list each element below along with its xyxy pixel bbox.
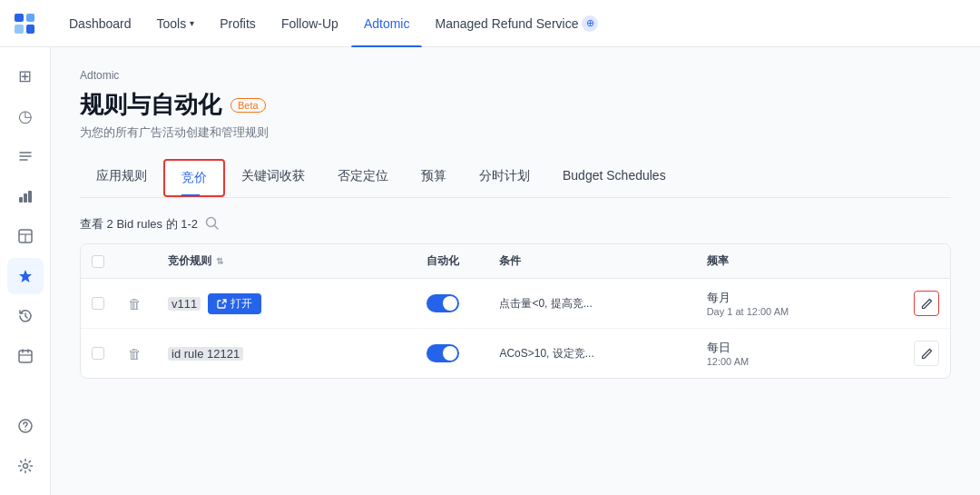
row1-condition-text: 点击量<0, 提高竞...: [499, 297, 592, 310]
row2-name-cell: id rule 12121: [157, 329, 416, 379]
tab-negative-targeting[interactable]: 否定定位: [321, 159, 405, 197]
logo[interactable]: [15, 14, 34, 34]
beta-badge: Beta: [230, 98, 266, 113]
nav-adtomic[interactable]: Adtomic: [351, 0, 423, 47]
col-header-frequency: 频率: [696, 244, 903, 279]
row2-rule-name: id rule 12121: [168, 347, 405, 361]
sidebar-icon-settings[interactable]: [7, 448, 44, 484]
page-title-row: 规则与自动化 Beta: [80, 89, 951, 121]
row2-frequency-cell: 每日 12:00 AM: [696, 329, 903, 379]
sidebar-icon-history[interactable]: [7, 298, 44, 334]
row2-checkbox[interactable]: [92, 347, 104, 360]
nav-dashboard[interactable]: Dashboard: [56, 0, 144, 47]
sidebar-icon-table[interactable]: [7, 218, 44, 254]
row2-delete-icon[interactable]: 🗑: [128, 346, 142, 361]
row2-name-blurred: id rule 12121: [168, 347, 243, 361]
row1-toggle-cell: [416, 279, 488, 329]
breadcrumb: Adtomic: [80, 69, 951, 82]
sidebar-icon-clock[interactable]: ◷: [7, 98, 44, 134]
row1-name-cell: v111 打开: [157, 279, 416, 329]
row1-condition-cell: 点击量<0, 提高竞...: [488, 279, 695, 329]
table-row: 🗑 v111 打开: [81, 279, 950, 329]
col-header-automation: 自动化: [416, 244, 488, 279]
row2-condition-cell: ACoS>10, 设定竞...: [488, 329, 695, 379]
sidebar-icon-grid[interactable]: ⊞: [7, 58, 44, 94]
nav-followup[interactable]: Follow-Up: [269, 0, 351, 47]
nav-tools[interactable]: Tools ▾: [144, 0, 208, 47]
tab-budget[interactable]: 预算: [405, 159, 463, 197]
row2-freq-main: 每日: [707, 340, 892, 356]
col-header-condition: 条件: [488, 244, 695, 279]
page-title: 规则与自动化: [80, 89, 221, 121]
nav-managed-refund[interactable]: Managed Refund Service ⊕: [422, 0, 611, 47]
select-all-checkbox[interactable]: [92, 255, 104, 268]
tab-bid[interactable]: 竞价: [163, 159, 225, 197]
table: 竞价规则 ⇅ 自动化 条件 频率: [81, 244, 950, 378]
col-header-edit: [903, 244, 950, 279]
sidebar-icon-calendar[interactable]: [7, 338, 44, 374]
col-header-checkbox: [81, 244, 117, 279]
row1-checkbox[interactable]: [92, 297, 104, 310]
row2-automation-toggle[interactable]: [426, 344, 459, 362]
row1-checkbox-cell: [81, 279, 117, 329]
row2-toggle-cell: [416, 329, 488, 379]
main-layout: ⊞ ◷: [0, 47, 980, 495]
rules-table: 竞价规则 ⇅ 自动化 条件 频率: [80, 243, 951, 379]
tabs: 应用规则 竞价 关键词收获 否定定位 预算 分时计划 Budget Schedu…: [80, 159, 951, 198]
row1-name-blurred: v111: [168, 297, 201, 311]
page-subtitle: 为您的所有广告活动创建和管理规则: [80, 124, 951, 141]
row1-edit-button[interactable]: [914, 291, 939, 316]
row1-delete-icon[interactable]: 🗑: [128, 296, 142, 312]
tab-apply-rules[interactable]: 应用规则: [80, 159, 163, 197]
svg-point-14: [24, 429, 26, 431]
row2-checkbox-cell: [81, 329, 117, 379]
row1-action-cell: 🗑: [117, 279, 157, 329]
row1-automation-toggle[interactable]: [426, 294, 459, 312]
svg-rect-3: [19, 197, 23, 203]
nav-profits[interactable]: Profits: [207, 0, 269, 47]
row2-edit-button[interactable]: [914, 341, 939, 366]
row1-frequency-cell: 每月 Day 1 at 12:00 AM: [696, 279, 903, 329]
table-row: 🗑 id rule 12121 ACoS>10, 设定竞...: [81, 329, 950, 379]
row1-edit-cell: [903, 279, 950, 329]
svg-rect-9: [19, 351, 32, 362]
top-nav: Dashboard Tools ▾ Profits Follow-Up Adto…: [0, 0, 980, 47]
plus-circle-icon: ⊕: [582, 15, 598, 32]
search-icon[interactable]: [205, 216, 219, 233]
row2-edit-cell: [903, 329, 950, 379]
svg-rect-5: [28, 191, 32, 203]
row1-rule-name: v111 打开: [168, 293, 405, 314]
svg-rect-4: [24, 193, 27, 203]
table-header-row: 查看 2 Bid rules 的 1-2: [80, 216, 951, 233]
sidebar-icon-list[interactable]: [7, 138, 44, 174]
col-header-rule: 竞价规则 ⇅: [157, 244, 416, 279]
sort-icon-rule[interactable]: ⇅: [216, 256, 223, 266]
row2-freq-sub: 12:00 AM: [707, 356, 892, 367]
row2-action-cell: 🗑: [117, 329, 157, 379]
svg-point-15: [23, 464, 27, 469]
col-header-action: [117, 244, 157, 279]
sidebar-icon-help[interactable]: [7, 408, 44, 444]
table-info-text: 查看 2 Bid rules 的 1-2: [80, 216, 198, 233]
tab-budget-schedules[interactable]: Budget Schedules: [546, 159, 682, 197]
chevron-down-icon: ▾: [190, 18, 194, 28]
svg-line-17: [215, 226, 219, 230]
row1-freq-sub: Day 1 at 12:00 AM: [707, 306, 892, 317]
row1-open-button[interactable]: 打开: [208, 293, 261, 314]
tab-time-schedule[interactable]: 分时计划: [463, 159, 546, 197]
row1-freq-main: 每月: [707, 290, 892, 306]
sidebar-icon-barchart[interactable]: [7, 178, 44, 214]
sidebar-icon-automation[interactable]: [7, 258, 44, 294]
content-area: Adtomic 规则与自动化 Beta 为您的所有广告活动创建和管理规则 应用规…: [51, 47, 980, 495]
tab-keyword-harvest[interactable]: 关键词收获: [225, 159, 321, 197]
sidebar: ⊞ ◷: [0, 47, 51, 495]
row2-condition-text: ACoS>10, 设定竞...: [499, 347, 593, 360]
